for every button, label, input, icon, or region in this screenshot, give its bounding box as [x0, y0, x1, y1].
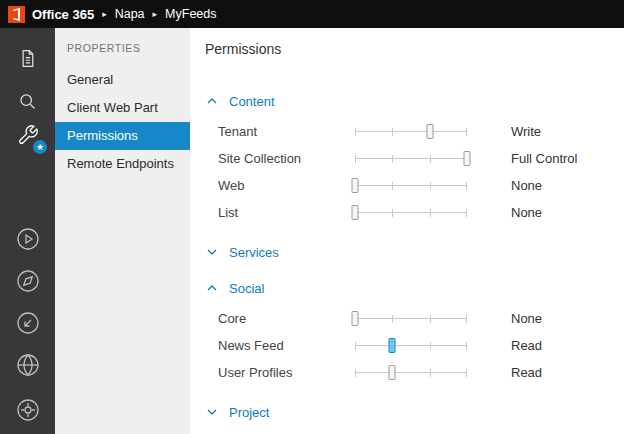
sidebar-button-properties[interactable]: ★ [0, 118, 55, 152]
section-label: Content [229, 94, 275, 109]
settings-icon [16, 398, 40, 422]
section-rows: Core None News Feed Read User Profiles [218, 305, 624, 386]
slider-tick [466, 369, 467, 377]
section-label: Social [229, 281, 264, 296]
chevron-up-icon [207, 98, 217, 104]
slider-track [355, 158, 467, 159]
slider-tick [392, 182, 393, 190]
menu-item-remote-endpoints[interactable]: Remote Endpoints [55, 150, 190, 178]
globe-icon [16, 353, 40, 377]
slider-tick [466, 128, 467, 136]
main-panel: Permissions Content Tenant Write Site Co… [190, 28, 624, 434]
permission-value: None [511, 205, 542, 220]
chevron-up-icon [207, 285, 217, 291]
permission-scope-label: List [218, 205, 355, 220]
slider-tick [392, 315, 393, 323]
slider-tick [430, 155, 431, 163]
slider-handle[interactable] [352, 205, 359, 220]
permission-scope-label: User Profiles [218, 365, 355, 380]
slider-tick [355, 342, 356, 350]
slider-tick [430, 342, 431, 350]
permission-row-core: Core None [218, 305, 624, 332]
slider-track [355, 318, 467, 319]
slider-tick [355, 128, 356, 136]
section-header[interactable]: Content [205, 91, 624, 111]
slider-track [355, 185, 467, 186]
slider-tick [430, 182, 431, 190]
run-play-icon [16, 227, 40, 251]
sidebar-button-projects[interactable] [0, 41, 55, 75]
section-header[interactable]: Social [205, 278, 624, 298]
permission-scope-label: Site Collection [218, 151, 355, 166]
permission-slider[interactable] [355, 311, 467, 327]
permission-slider[interactable] [355, 151, 467, 167]
slider-tick [392, 155, 393, 163]
menu-header: PROPERTIES [55, 28, 190, 66]
permission-slider[interactable] [355, 124, 467, 140]
permission-slider[interactable] [355, 178, 467, 194]
permission-value: None [511, 178, 542, 193]
permission-slider[interactable] [355, 338, 467, 354]
topbar: Office 365 ▸ Napa ▸ MyFeeds [0, 0, 624, 28]
sidebar-button-search[interactable] [0, 84, 55, 118]
sidebar-button-run[interactable] [0, 222, 55, 256]
sidebar-button-retract[interactable] [0, 306, 55, 340]
section-header[interactable]: Services [205, 242, 624, 262]
sidebar-button-settings[interactable] [0, 393, 55, 427]
menu-item-client-web-part[interactable]: Client Web Part [55, 94, 190, 122]
slider-tick [466, 209, 467, 217]
permission-scope-label: News Feed [218, 338, 355, 353]
permission-row-user-profiles: User Profiles Read [218, 359, 624, 386]
sidebar-button-compass[interactable] [0, 264, 55, 298]
section-content: Content Tenant Write Site Collection Ful… [205, 91, 624, 226]
slider-handle[interactable] [389, 365, 396, 380]
slider-handle[interactable] [352, 311, 359, 326]
permission-row-site-collection: Site Collection Full Control [218, 145, 624, 172]
slider-handle[interactable] [352, 178, 359, 193]
slider-handle[interactable] [464, 151, 471, 166]
compass-icon [16, 269, 40, 293]
slider-track [355, 212, 467, 213]
section-header[interactable]: Project [205, 402, 624, 422]
slider-handle[interactable] [426, 124, 433, 139]
permission-row-web: Web None [218, 172, 624, 199]
permission-row-news-feed: News Feed Read [218, 332, 624, 359]
breadcrumb-myfeeds[interactable]: MyFeeds [165, 7, 216, 21]
section-services: Services [205, 242, 624, 262]
slider-tick [355, 155, 356, 163]
projects-icon [17, 48, 38, 69]
page-title: Permissions [205, 41, 624, 57]
slider-track [355, 372, 467, 373]
permission-value: Read [511, 338, 542, 353]
permission-slider[interactable] [355, 205, 467, 221]
slider-tick [355, 369, 356, 377]
search-icon [17, 91, 38, 112]
breadcrumb-separator-icon: ▸ [102, 9, 107, 19]
slider-track [355, 345, 467, 346]
permission-value: Read [511, 365, 542, 380]
section-label: Services [229, 245, 279, 260]
permission-value: None [511, 311, 542, 326]
section-project: Project [205, 402, 624, 422]
slider-tick [392, 128, 393, 136]
permission-slider[interactable] [355, 365, 467, 381]
section-label: Project [229, 405, 269, 420]
menu-item-general[interactable]: General [55, 66, 190, 94]
slider-tick [392, 209, 393, 217]
permission-value: Write [511, 124, 541, 139]
menu-item-permissions[interactable]: Permissions [55, 122, 190, 150]
slider-tick [430, 315, 431, 323]
permission-scope-label: Web [218, 178, 355, 193]
brand-office365[interactable]: Office 365 [32, 7, 94, 22]
office365-logo[interactable] [8, 6, 25, 23]
slider-tick [430, 209, 431, 217]
breadcrumb-napa[interactable]: Napa [115, 7, 145, 21]
star-badge: ★ [33, 140, 47, 154]
sidebar-button-globe[interactable] [0, 348, 55, 382]
permission-scope-label: Tenant [218, 124, 355, 139]
slider-tick [430, 369, 431, 377]
permission-value: Full Control [511, 151, 577, 166]
section-rows: Tenant Write Site Collection Full Contro… [218, 118, 624, 226]
properties-menu: PROPERTIES GeneralClient Web PartPermiss… [55, 28, 190, 434]
slider-handle[interactable] [389, 338, 396, 353]
